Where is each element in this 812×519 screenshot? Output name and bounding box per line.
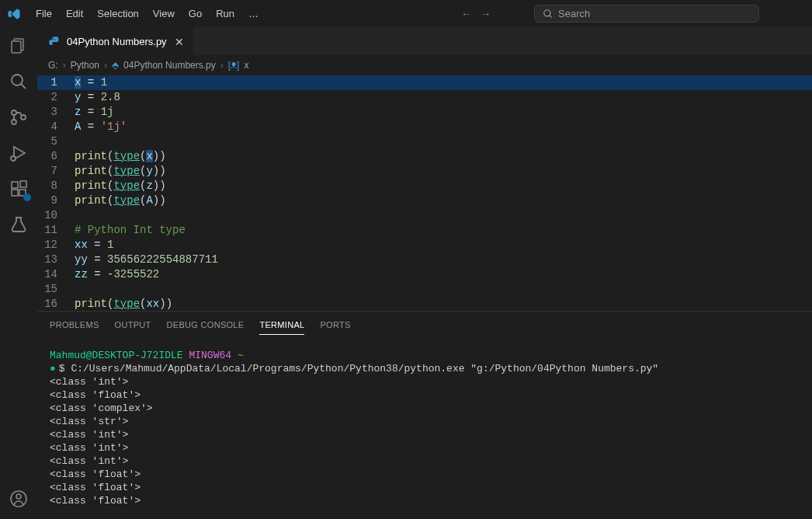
panel-tab-debug-console[interactable]: DEBUG CONSOLE	[167, 318, 245, 335]
terminal-output-line: <class 'int'>	[50, 375, 800, 388]
panel-tab-output[interactable]: OUTPUT	[115, 318, 151, 335]
svg-rect-14	[20, 181, 26, 187]
chevron-right-icon: ›	[104, 60, 107, 71]
line-number: 11	[37, 223, 75, 238]
terminal-output-line: <class 'int'>	[50, 441, 800, 455]
terminal-output-line: <class 'str'>	[50, 415, 800, 428]
code-content[interactable]: print(type(x))	[75, 149, 166, 164]
code-line[interactable]: 1x = 1	[37, 75, 812, 90]
panel-tab-ports[interactable]: PORTS	[320, 318, 350, 335]
source-control-icon[interactable]	[8, 106, 29, 128]
explorer-icon[interactable]	[8, 35, 29, 57]
code-line[interactable]: 11# Python Int type	[37, 223, 812, 238]
search-input[interactable]: Search	[534, 5, 759, 23]
menu-item-file[interactable]: File	[29, 5, 58, 23]
code-content[interactable]: zz = -3255522	[75, 267, 159, 282]
line-number: 3	[37, 105, 75, 120]
line-number: 8	[37, 179, 75, 193]
editor-tab[interactable]: 04Python Numbers.py ✕	[37, 27, 193, 55]
menu-bar: File Edit Selection View Go Run …	[29, 5, 265, 23]
code-content[interactable]: xx = 1	[75, 238, 113, 253]
code-line[interactable]: 4A = '1j'	[37, 120, 812, 134]
code-line[interactable]: 15	[37, 282, 812, 297]
line-number: 16	[37, 297, 75, 311]
code-content[interactable]: print(type(xx))	[75, 297, 172, 311]
python-file-icon	[48, 36, 61, 48]
code-line[interactable]: 9print(type(A))	[37, 193, 812, 208]
terminal[interactable]: Mahmud@DESKTOP-J72IDLE MINGW64 ~●$ C:/Us…	[37, 335, 812, 519]
svg-rect-3	[12, 41, 21, 53]
svg-point-0	[544, 9, 550, 16]
menu-item-edit[interactable]: Edit	[60, 5, 89, 23]
code-content[interactable]: yy = 35656222554887711	[75, 253, 218, 267]
code-line[interactable]: 3z = 1j	[37, 105, 812, 120]
code-line[interactable]: 6print(type(x))	[37, 149, 812, 164]
code-content[interactable]: print(type(A))	[75, 193, 166, 208]
vscode-logo-icon	[6, 6, 22, 22]
code-line[interactable]: 13yy = 35656222554887711	[37, 253, 812, 267]
svg-point-8	[21, 115, 26, 120]
line-number: 5	[37, 134, 75, 149]
breadcrumb-file[interactable]: 04Python Numbers.py	[123, 60, 216, 71]
panel-tab-terminal[interactable]: TERMINAL	[259, 318, 304, 335]
menu-item-selection[interactable]: Selection	[91, 5, 144, 23]
menu-item-go[interactable]: Go	[182, 5, 208, 23]
code-content[interactable]: x = 1	[75, 75, 107, 90]
code-line[interactable]: 8print(type(z))	[37, 179, 812, 193]
line-number: 7	[37, 164, 75, 179]
code-content[interactable]: print(type(z))	[75, 179, 166, 193]
accounts-icon[interactable]	[8, 488, 29, 510]
code-line[interactable]: 7print(type(y))	[37, 164, 812, 179]
menu-item-view[interactable]: View	[147, 5, 181, 23]
svg-point-10	[11, 156, 16, 161]
code-line[interactable]: 14zz = -3255522	[37, 267, 812, 282]
svg-point-7	[12, 120, 16, 124]
code-content[interactable]: # Python Int type	[75, 223, 186, 238]
run-debug-icon[interactable]	[8, 142, 29, 164]
svg-line-1	[550, 15, 552, 17]
terminal-output-line: <class 'complex'>	[50, 402, 800, 415]
code-content[interactable]: z = 1j	[75, 105, 113, 120]
line-number: 2	[37, 90, 75, 105]
panel-tab-problems[interactable]: PROBLEMS	[50, 318, 99, 335]
code-line[interactable]: 10	[37, 208, 812, 223]
line-number: 9	[37, 193, 75, 208]
title-bar: File Edit Selection View Go Run … ← → Se…	[0, 0, 812, 27]
terminal-output-line: <class 'int'>	[50, 455, 800, 468]
extensions-icon[interactable]	[8, 178, 29, 200]
code-line[interactable]: 2y = 2.8	[37, 90, 812, 105]
terminal-prompt-line: Mahmud@DESKTOP-J72IDLE MINGW64 ~	[50, 349, 800, 362]
breadcrumb-folder[interactable]: Python	[71, 60, 99, 71]
breadcrumb[interactable]: G: › Python › ⬘ 04Python Numbers.py › [ᴥ…	[37, 55, 812, 75]
testing-icon[interactable]	[8, 214, 29, 235]
terminal-output-line: <class 'float'>	[50, 388, 800, 402]
nav-back-icon[interactable]: ←	[461, 8, 471, 19]
breadcrumb-symbol[interactable]: x	[244, 60, 248, 71]
terminal-output-line: <class 'float'>	[50, 481, 800, 494]
code-line[interactable]: 5	[37, 134, 812, 149]
python-file-icon: ⬘	[112, 60, 119, 71]
code-editor[interactable]: 1x = 12y = 2.83z = 1j4A = '1j'56print(ty…	[37, 75, 812, 311]
search-activity-icon[interactable]	[8, 71, 29, 92]
terminal-command-line: ●$ C:/Users/Mahmud/AppData/Local/Program…	[50, 362, 800, 375]
menu-overflow-icon[interactable]: …	[242, 5, 265, 23]
code-line[interactable]: 12xx = 1	[37, 238, 812, 253]
search-placeholder: Search	[558, 8, 590, 19]
terminal-output-line: <class 'float'>	[50, 494, 800, 507]
bottom-panel: PROBLEMS OUTPUT DEBUG CONSOLE TERMINAL P…	[37, 311, 812, 519]
symbol-variable-icon: [ᴥ]	[228, 60, 240, 71]
line-number: 12	[37, 238, 75, 253]
line-number: 13	[37, 253, 75, 267]
nav-forward-icon[interactable]: →	[481, 8, 491, 19]
code-content[interactable]: print(type(y))	[75, 164, 166, 179]
breadcrumb-drive[interactable]: G:	[48, 60, 58, 71]
line-number: 10	[37, 208, 75, 223]
code-content[interactable]: y = 2.8	[75, 90, 120, 105]
code-content[interactable]: A = '1j'	[75, 120, 127, 134]
menu-item-run[interactable]: Run	[210, 5, 241, 23]
tab-close-icon[interactable]: ✕	[173, 36, 186, 48]
code-line[interactable]: 16print(type(xx))	[37, 297, 812, 311]
line-number: 1	[37, 75, 75, 90]
line-number: 15	[37, 282, 75, 297]
svg-point-6	[12, 110, 16, 115]
